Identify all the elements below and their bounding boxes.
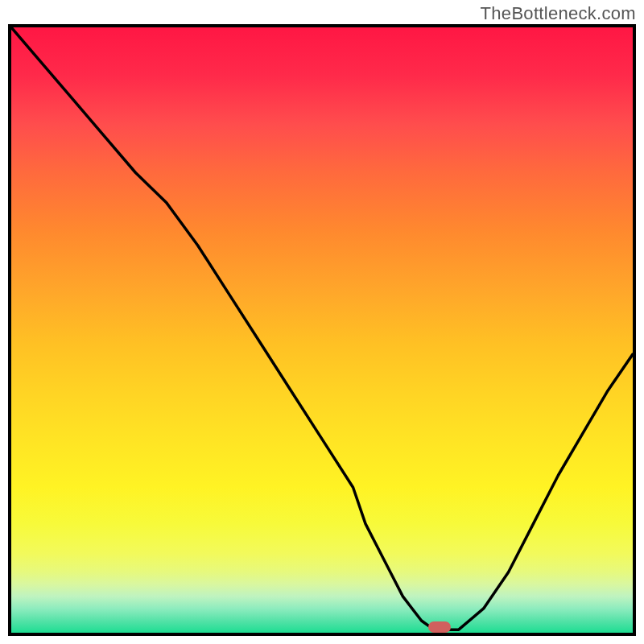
watermark-label: TheBottleneck.com	[481, 3, 636, 24]
optimum-marker	[428, 621, 451, 633]
stage: TheBottleneck.com	[0, 0, 644, 644]
chart-background-gradient	[11, 27, 633, 633]
plot-frame	[8, 24, 636, 636]
